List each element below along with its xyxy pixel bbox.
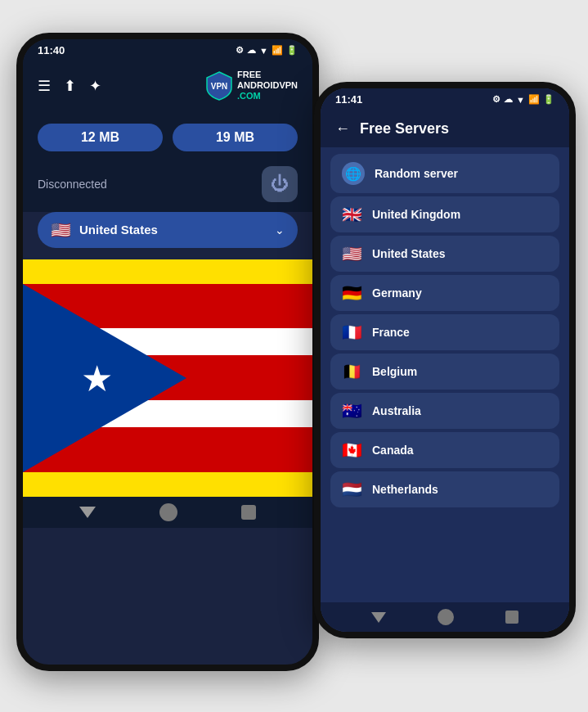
logo-text: FREE ANDROIDVPN .COM (237, 70, 298, 102)
flag-display: ★ (23, 259, 312, 497)
nav-bar-1 (23, 497, 312, 528)
server-item-us[interactable]: 🇺🇸 United States (330, 236, 559, 272)
country-selector[interactable]: 🇺🇸 United States ⌄ (38, 212, 298, 248)
status-bar-1: 11:40 ⚙ ☁ ▼ 📶 🔋 (23, 39, 312, 61)
phone-2-content: 11:41 ⚙ ☁ ▼ 📶 🔋 ← Free Servers 🌐 Random … (321, 88, 569, 632)
menu-icon[interactable]: ☰ (38, 77, 51, 95)
server-list: 🌐 Random server 🇬🇧 United Kingdom 🇺🇸 Uni… (321, 147, 569, 602)
back-arrow-icon[interactable]: ← (335, 120, 350, 137)
flag-ca: 🇨🇦 (342, 440, 362, 460)
server-name-be: Belgium (372, 365, 417, 378)
top-icons: ☰ ⬆ ✦ (38, 77, 101, 95)
share-icon[interactable]: ⬆ (64, 77, 76, 95)
server-name-de: Germany (372, 286, 422, 300)
flag-de: 🇩🇪 (342, 283, 362, 303)
top-bar-1: ☰ ⬆ ✦ VPN FREE ANDROIDVPN .COM (23, 61, 312, 110)
flag-fr: 🇫🇷 (342, 322, 362, 342)
server-item-random[interactable]: 🌐 Random server (330, 154, 559, 193)
phone-2: 11:41 ⚙ ☁ ▼ 📶 🔋 ← Free Servers 🌐 Random … (314, 82, 576, 638)
server-name-ca: Canada (372, 444, 414, 457)
flag-au: 🇦🇺 (342, 401, 362, 421)
recents-nav-2-button[interactable] (505, 611, 518, 624)
upload-stat: 19 MB (173, 124, 298, 151)
rate-icon[interactable]: ✦ (89, 77, 101, 95)
home-nav-button[interactable] (159, 503, 177, 521)
phone-1: 11:40 ⚙ ☁ ▼ 📶 🔋 ☰ ⬆ ✦ VPN FREE ANDROIDVP… (16, 33, 319, 671)
server-item-fr[interactable]: 🇫🇷 France (330, 314, 559, 350)
power-button[interactable]: ⏻ (262, 166, 298, 202)
home-nav-2-button[interactable] (438, 609, 454, 625)
server-item-uk[interactable]: 🇬🇧 United Kingdom (330, 196, 559, 232)
time-2: 11:41 (335, 93, 362, 106)
server-name-au: Australia (372, 404, 421, 417)
server-name-fr: France (372, 326, 410, 339)
stats-row: 12 MB 19 MB (23, 110, 312, 158)
country-name: United States (79, 223, 267, 237)
server-name-uk: United Kingdom (372, 208, 460, 221)
status-icons-2: ⚙ ☁ ▼ 📶 🔋 (492, 94, 554, 105)
server-name-random: Random server (375, 167, 458, 180)
globe-icon: 🌐 (342, 162, 365, 185)
download-stat: 12 MB (38, 124, 163, 151)
server-item-ca[interactable]: 🇨🇦 Canada (330, 432, 559, 468)
svg-text:VPN: VPN (211, 82, 228, 91)
recents-nav-button[interactable] (241, 505, 256, 520)
servers-header: ← Free Servers (321, 110, 569, 147)
server-item-be[interactable]: 🇧🇪 Belgium (330, 354, 559, 390)
server-name-us: United States (372, 247, 445, 260)
server-item-nl[interactable]: 🇳🇱 Netherlands (330, 471, 559, 507)
nav-bar-2 (321, 602, 569, 632)
flag-nl: 🇳🇱 (342, 480, 362, 499)
disconnected-row: Disconnected ⏻ (23, 158, 312, 212)
flag-uk: 🇬🇧 (342, 205, 362, 224)
flag-yellow-top (23, 259, 312, 284)
flag-us: 🇺🇸 (342, 244, 362, 264)
country-flag: 🇺🇸 (51, 220, 71, 240)
back-nav-2-button[interactable] (371, 612, 386, 623)
status-icons-1: ⚙ ☁ ▼ 📶 🔋 (236, 45, 298, 56)
logo-shield-icon: VPN (206, 71, 232, 101)
flag-main: ★ (23, 284, 312, 472)
chevron-down-icon: ⌄ (275, 223, 285, 237)
power-icon: ⏻ (271, 173, 289, 195)
flag-be: 🇧🇪 (342, 362, 362, 381)
time-1: 11:40 (38, 44, 65, 56)
back-nav-button[interactable] (79, 507, 96, 518)
server-name-nl: Netherlands (372, 483, 438, 496)
servers-title: Free Servers (360, 120, 449, 137)
flag-star: ★ (81, 357, 113, 399)
server-item-de[interactable]: 🇩🇪 Germany (330, 275, 559, 311)
logo-area: VPN FREE ANDROIDVPN .COM (206, 70, 298, 102)
server-item-au[interactable]: 🇦🇺 Australia (330, 393, 559, 429)
status-bar-2: 11:41 ⚙ ☁ ▼ 📶 🔋 (321, 88, 569, 110)
connection-status: Disconnected (38, 178, 107, 191)
flag-yellow-bottom (23, 472, 312, 497)
